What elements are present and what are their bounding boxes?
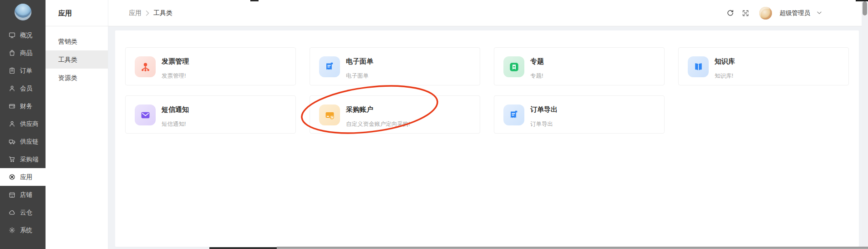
sidebar-item-采购端[interactable]: 采购端: [0, 150, 46, 168]
sidebar-item-label: 云仓: [20, 209, 32, 217]
receipt-icon: [319, 56, 340, 77]
company-logo[interactable]: [15, 4, 31, 20]
shop-icon: [9, 191, 15, 198]
sidebar-item-label: 店铺: [20, 191, 32, 199]
app-card-订单导出[interactable]: 订单导出 订单导出: [494, 95, 665, 134]
main-sidebar: 概况 商品 订单 会员 财务 供应商 供应链 采购端 应用 店铺 云仓 系统: [0, 0, 46, 249]
person-icon: [9, 120, 15, 127]
bag-icon: [9, 50, 15, 56]
app-card-title: 短信通知: [162, 105, 189, 114]
app-card-title: 订单导出: [530, 105, 558, 114]
clipboard-icon: [9, 67, 15, 74]
wallet-icon: [9, 103, 15, 110]
person-icon: [9, 85, 15, 92]
header-actions: 超级管理员: [726, 7, 822, 20]
dock-edge-gray: [277, 247, 868, 249]
content-panel: 发票管理 发票管理! 电子面单 电子面单 专题 专题! 知识库 知识库! 短信通…: [115, 30, 859, 247]
app-card-发票管理[interactable]: 发票管理 发票管理!: [125, 47, 296, 85]
cloud-icon: [9, 209, 15, 216]
sidebar-item-财务[interactable]: 财务: [0, 97, 46, 115]
refresh-icon[interactable]: [726, 9, 735, 17]
invoice-icon: [135, 56, 156, 77]
sidebar-item-商品[interactable]: 商品: [0, 44, 46, 62]
sidebar-item-云仓[interactable]: 云仓: [0, 204, 46, 221]
sidebar-item-label: 概况: [20, 31, 32, 40]
app-card-title: 采购账户: [346, 105, 373, 114]
chevron-right-icon: [146, 10, 149, 16]
app-card-title: 发票管理: [162, 57, 189, 66]
app-grid: 发票管理 发票管理! 电子面单 电子面单 专题 专题! 知识库 知识库! 短信通…: [125, 47, 849, 134]
logo-wrap: [0, 0, 46, 24]
app-card-知识库[interactable]: 知识库 知识库!: [678, 47, 849, 85]
apps-icon: [9, 174, 15, 180]
sidebar-item-供应链[interactable]: 供应链: [0, 133, 46, 150]
sidebar-item-应用[interactable]: 应用: [0, 168, 46, 186]
book-icon: [688, 56, 709, 77]
receipt-icon: [503, 105, 524, 125]
sidebar-item-label: 应用: [20, 173, 32, 181]
category-item-工具类[interactable]: 工具类: [46, 50, 108, 69]
breadcrumb: 应用 工具类: [129, 9, 173, 17]
truck-icon: [9, 138, 15, 145]
gear-icon: [9, 227, 15, 234]
app-card-subtitle: 发票管理!: [162, 72, 186, 80]
category-panel: 应用 营销类工具类资源类: [46, 0, 108, 249]
app-card-采购账户[interactable]: 采购账户 自定义资金账户定向采购!: [310, 95, 480, 134]
scrollbar-thumb[interactable]: [863, 1, 867, 15]
sidebar-item-店铺[interactable]: 店铺: [0, 186, 46, 204]
sidebar-item-label: 财务: [20, 102, 32, 110]
app-card-短信通知[interactable]: 短信通知 短信通知!: [125, 95, 296, 134]
app-card-subtitle: 电子面单: [346, 72, 369, 80]
dock-edge-dark: [209, 247, 277, 249]
sidebar-item-供应商[interactable]: 供应商: [0, 115, 46, 133]
sidebar-item-label: 商品: [20, 49, 32, 57]
cart-icon: [9, 156, 15, 163]
user-avatar[interactable]: [759, 7, 772, 20]
screen-edge-top-right: [856, 0, 868, 1]
sidebar-item-概况[interactable]: 概况: [0, 26, 46, 44]
header-divider: [46, 26, 862, 26]
user-name[interactable]: 超级管理员: [780, 9, 811, 17]
app-card-subtitle: 专题!: [530, 72, 543, 80]
sidebar-item-label: 会员: [20, 85, 32, 93]
purchase-icon: [319, 105, 340, 125]
app-card-subtitle: 自定义资金账户定向采购!: [346, 120, 410, 128]
category-panel-title: 应用: [46, 0, 108, 26]
sidebar-item-订单[interactable]: 订单: [0, 62, 46, 80]
monitor-icon: [9, 32, 15, 39]
sidebar-item-label: 供应链: [20, 138, 39, 146]
sidebar-item-label: 订单: [20, 67, 32, 75]
chevron-down-icon[interactable]: [817, 11, 822, 15]
sidebar-item-label: 供应商: [20, 120, 39, 128]
scrollbar-track[interactable]: [862, 0, 868, 249]
app-card-专题[interactable]: 专题 专题!: [494, 47, 665, 85]
sidebar-item-label: 采购端: [20, 155, 39, 164]
app-card-subtitle: 订单导出: [530, 120, 553, 128]
breadcrumb-item-tools: 工具类: [153, 9, 173, 17]
app-card-电子面单[interactable]: 电子面单 电子面单: [310, 47, 480, 85]
sidebar-item-label: 系统: [20, 226, 32, 234]
app-card-subtitle: 知识库!: [715, 72, 733, 80]
app-card-title: 电子面单: [346, 57, 373, 66]
category-item-资源类[interactable]: 资源类: [46, 69, 108, 87]
app-card-title: 专题: [530, 57, 544, 66]
breadcrumb-item-apps[interactable]: 应用: [129, 9, 142, 17]
top-header: 应用 工具类 超级管理员: [108, 0, 862, 26]
app-card-subtitle: 短信通知!: [162, 120, 186, 128]
fullscreen-icon[interactable]: [741, 9, 750, 17]
main-nav: 概况 商品 订单 会员 财务 供应商 供应链 采购端 应用 店铺 云仓 系统: [0, 26, 46, 239]
app-card-title: 知识库: [715, 57, 735, 66]
category-list: 营销类工具类资源类: [46, 26, 108, 87]
mail-icon: [135, 105, 156, 125]
category-item-营销类[interactable]: 营销类: [46, 32, 108, 50]
screen-edge-top-mark: [250, 0, 259, 1]
topic-icon: [503, 56, 524, 77]
sidebar-item-会员[interactable]: 会员: [0, 80, 46, 97]
sidebar-item-系统[interactable]: 系统: [0, 221, 46, 239]
